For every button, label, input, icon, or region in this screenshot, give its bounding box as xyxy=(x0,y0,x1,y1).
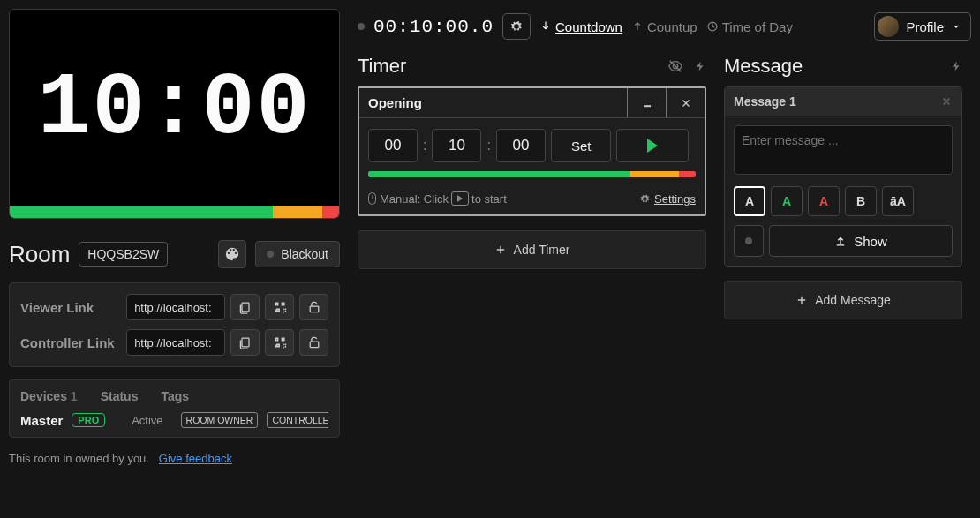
hours-input[interactable] xyxy=(368,129,418,162)
settings-button[interactable] xyxy=(502,13,531,40)
connection-dot-icon xyxy=(358,23,365,30)
mode-countup[interactable]: Countup xyxy=(631,19,697,34)
viewer-lock-button[interactable] xyxy=(299,294,328,320)
timer-settings-link[interactable]: Settings xyxy=(654,192,696,206)
controller-copy-button[interactable] xyxy=(230,329,260,356)
tags-header: Tags xyxy=(161,389,189,403)
caret-down-icon xyxy=(951,21,961,32)
plus-icon xyxy=(494,244,507,256)
viewer-link-label: Viewer Link xyxy=(20,300,121,315)
show-button[interactable]: Show xyxy=(769,225,953,257)
mouse-icon xyxy=(368,192,376,205)
device-status: Active xyxy=(132,414,162,427)
device-row: Master PRO Active ROOM OWNER CONTROLLER xyxy=(20,412,328,428)
timer-name[interactable]: Opening xyxy=(359,88,627,117)
progress-red xyxy=(322,206,339,218)
profile-label: Profile xyxy=(906,19,944,34)
play-box-icon xyxy=(451,191,469,206)
status-header: Status xyxy=(101,389,139,403)
format-color-green[interactable]: A xyxy=(771,186,803,216)
set-button[interactable]: Set xyxy=(551,129,612,162)
add-message-button[interactable]: Add Message xyxy=(724,281,962,319)
palette-button[interactable] xyxy=(218,240,246,268)
format-color-red[interactable]: A xyxy=(808,186,840,216)
message-card: Message 1 A A A B āA xyxy=(724,86,962,267)
play-button[interactable] xyxy=(616,129,689,162)
seconds-input[interactable] xyxy=(496,129,546,162)
timer-card: Opening : : Set xyxy=(358,86,706,216)
controller-qr-button[interactable] xyxy=(265,329,294,356)
message-name[interactable]: Message 1 xyxy=(734,94,940,109)
mode-countdown[interactable]: Countdown xyxy=(539,19,622,34)
viewer-qr-button[interactable] xyxy=(265,294,294,320)
blackout-label: Blackout xyxy=(281,247,328,261)
viewer-link-input[interactable] xyxy=(126,294,225,320)
room-code[interactable]: HQQSB2SW xyxy=(79,242,168,267)
preview-progress xyxy=(10,206,339,218)
devices-header: Devices xyxy=(20,389,67,403)
hint-post: to start xyxy=(471,192,507,206)
room-label: Room xyxy=(9,241,70,268)
blackout-button[interactable]: Blackout xyxy=(255,241,340,267)
topbar-time: 00:10:00.0 xyxy=(373,17,494,37)
preview-time: 10:00 xyxy=(10,10,339,208)
controller-link-input[interactable] xyxy=(126,329,225,356)
timer-preview: 10:00 xyxy=(9,9,340,219)
minutes-input[interactable] xyxy=(432,129,481,162)
hide-icon[interactable] xyxy=(667,58,683,74)
tag-controller: CONTROLLER xyxy=(267,412,328,428)
progress-green xyxy=(10,206,273,218)
plus-icon xyxy=(795,294,808,306)
message-panel-title: Message xyxy=(724,55,803,78)
profile-menu[interactable]: Profile xyxy=(874,12,971,41)
gear-icon xyxy=(639,193,651,205)
timer-progress xyxy=(368,171,696,177)
flash-icon[interactable] xyxy=(950,58,962,74)
down-arrow-icon xyxy=(539,20,552,33)
device-name: Master xyxy=(20,413,63,428)
play-icon xyxy=(647,139,658,153)
timer-panel-title: Timer xyxy=(358,55,406,78)
tag-room-owner: ROOM OWNER xyxy=(181,412,259,428)
minimize-button[interactable] xyxy=(627,88,666,117)
pro-badge: PRO xyxy=(72,413,105,427)
up-arrow-icon xyxy=(631,20,644,33)
controller-lock-button[interactable] xyxy=(299,329,328,356)
message-close-button[interactable] xyxy=(940,95,953,108)
owned-text: This room in owned by you. xyxy=(9,452,149,465)
flash-icon[interactable] xyxy=(694,58,706,74)
message-textarea[interactable] xyxy=(734,125,953,175)
format-bold[interactable]: B xyxy=(845,186,877,216)
show-status-indicator xyxy=(734,225,764,257)
add-timer-button[interactable]: Add Timer xyxy=(358,230,706,269)
devices-count: 1 xyxy=(71,389,78,403)
upload-icon xyxy=(834,235,847,247)
clock-icon xyxy=(706,20,719,33)
format-color-white[interactable]: A xyxy=(734,186,765,216)
progress-orange xyxy=(273,206,322,218)
controller-link-label: Controller Link xyxy=(20,335,121,350)
give-feedback-link[interactable]: Give feedback xyxy=(159,452,232,465)
format-caps[interactable]: āA xyxy=(882,186,914,216)
viewer-copy-button[interactable] xyxy=(230,294,260,320)
hint-pre: Manual: Click xyxy=(380,192,449,206)
mode-time-of-day[interactable]: Time of Day xyxy=(706,19,793,34)
close-button[interactable] xyxy=(666,88,705,117)
blackout-indicator-dot xyxy=(267,251,274,258)
avatar xyxy=(878,16,899,37)
